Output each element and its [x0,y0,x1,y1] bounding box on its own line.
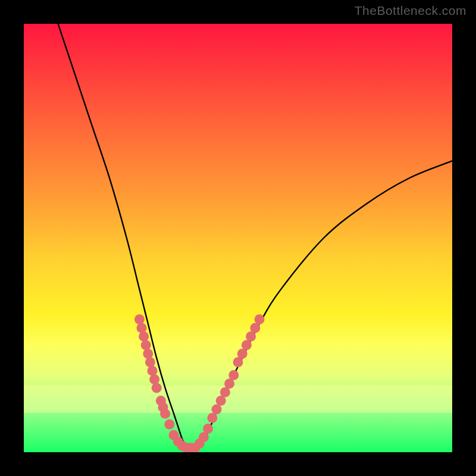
data-marker [199,432,209,442]
data-marker [224,378,234,389]
data-marker [141,340,151,350]
data-marker [149,374,159,384]
data-marker [216,396,226,406]
data-marker [255,314,265,324]
data-marker [250,323,260,333]
plot-area [24,24,452,452]
chart-container: TheBottleneck.com [0,0,476,476]
data-marker [233,357,243,367]
data-marker [220,387,230,397]
data-marker [237,349,248,359]
data-marker [228,370,239,380]
data-marker [134,314,145,324]
data-marker [207,413,217,423]
data-markers [134,314,265,452]
bottleneck-curve [58,24,452,449]
data-marker [246,331,256,342]
data-marker [148,366,158,376]
data-marker [139,331,149,342]
data-marker [152,383,162,393]
data-marker [203,424,213,434]
watermark-text: TheBottleneck.com [355,4,466,18]
data-marker [160,409,170,419]
data-marker [212,405,222,415]
data-marker [137,323,147,333]
data-marker [164,419,174,430]
data-marker [242,340,252,350]
data-marker [143,349,153,359]
data-marker [145,357,155,367]
chart-svg [24,24,452,452]
